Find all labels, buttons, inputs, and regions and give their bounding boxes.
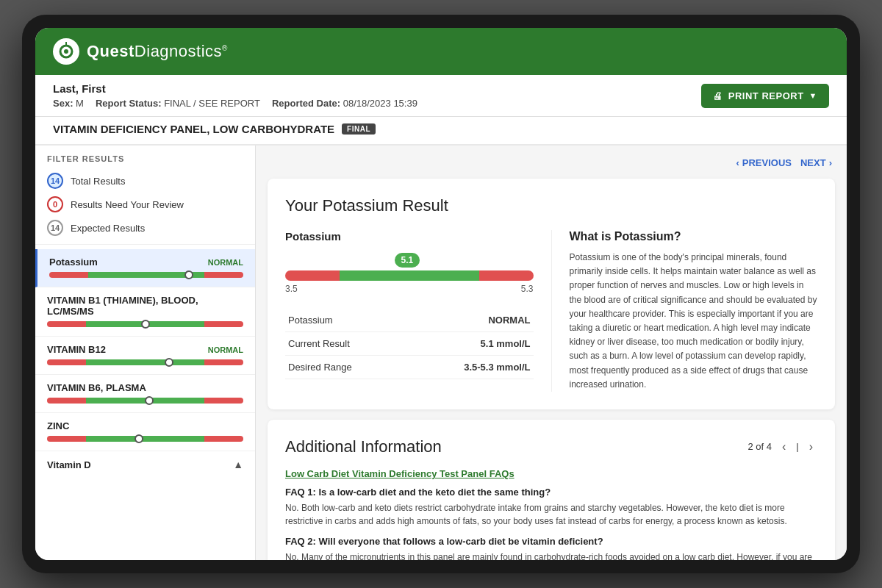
final-badge: FINAL bbox=[342, 123, 376, 135]
pagination-prev-button[interactable]: ‹ bbox=[778, 439, 790, 455]
sex-label: Sex: M bbox=[53, 98, 84, 109]
filter-header: FILTER RESULTS bbox=[35, 146, 255, 169]
result-table: Potassium NORMAL Current Result 5.1 mmol… bbox=[285, 309, 534, 379]
range-labels: 3.5 5.3 bbox=[285, 284, 534, 294]
what-text: Potassium is one of the body's principal… bbox=[570, 251, 818, 392]
range-high: 5.3 bbox=[521, 284, 534, 294]
sidebar: FILTER RESULTS 14 Total Results 0 Result… bbox=[35, 146, 256, 560]
analyte-label: Potassium bbox=[285, 230, 534, 243]
result-left: Potassium 5.1 3.5 5.3 bbox=[285, 230, 534, 392]
current-result-row: Current Result 5.1 mmol/L bbox=[285, 332, 534, 356]
patient-name: Last, First bbox=[53, 82, 417, 95]
print-report-button[interactable]: 🖨 PRINT REPORT ▼ bbox=[701, 84, 829, 108]
previous-button[interactable]: ‹ PREVIOUS bbox=[736, 157, 792, 168]
sidebar-item-b6[interactable]: VITAMIN B6, PLASMA bbox=[35, 375, 255, 413]
b12-bar bbox=[47, 359, 243, 365]
desired-range-value: 3.5-5.3 mmol/L bbox=[407, 356, 534, 379]
device-frame: QuestDiagnostics® Last, First Sex: M Rep… bbox=[22, 15, 860, 573]
sidebar-item-zinc[interactable]: ZINC bbox=[35, 413, 255, 451]
chevron-left-icon: ‹ bbox=[736, 157, 739, 168]
printer-icon: 🖨 bbox=[713, 90, 723, 101]
range-bar bbox=[285, 270, 534, 281]
what-title: What is Potassium? bbox=[570, 230, 818, 243]
pagination: 2 of 4 ‹ | › bbox=[747, 439, 817, 455]
analyte-name-cell: Potassium bbox=[285, 309, 407, 332]
potassium-status: NORMAL bbox=[208, 258, 243, 267]
pagination-divider: | bbox=[796, 441, 798, 452]
chevron-up-icon: ▲ bbox=[233, 459, 243, 470]
b12-name: VITAMIN B12 bbox=[47, 344, 106, 355]
faq1-question: FAQ 1: Is a low-carb diet and the keto d… bbox=[285, 487, 817, 498]
logo-icon bbox=[53, 38, 79, 65]
logo-text: QuestDiagnostics® bbox=[87, 42, 228, 61]
faq2-answer: No. Many of the micronutrients in this p… bbox=[285, 551, 817, 560]
filter-total[interactable]: 14 Total Results bbox=[35, 169, 255, 193]
patient-bar: Last, First Sex: M Report Status: FINAL … bbox=[35, 75, 847, 117]
zinc-name: ZINC bbox=[47, 420, 69, 431]
app-header: QuestDiagnostics® bbox=[35, 28, 847, 75]
b6-name: VITAMIN B6, PLASMA bbox=[47, 382, 146, 393]
range-low: 3.5 bbox=[285, 284, 298, 294]
report-status: Report Status: FINAL / SEE REPORT bbox=[96, 98, 260, 109]
sidebar-divider bbox=[35, 244, 255, 245]
current-result-label: Current Result bbox=[285, 332, 407, 356]
potassium-bar bbox=[49, 272, 243, 278]
result-card-body: Potassium 5.1 3.5 5.3 bbox=[285, 230, 817, 392]
total-badge: 14 bbox=[47, 173, 63, 189]
b6-indicator bbox=[145, 396, 154, 405]
current-result-value: 5.1 mmol/L bbox=[407, 332, 534, 356]
zinc-indicator bbox=[135, 434, 143, 443]
potassium-name: Potassium bbox=[49, 257, 98, 268]
desired-range-row: Desired Range 3.5-5.3 mmol/L bbox=[285, 356, 534, 379]
expected-badge: 14 bbox=[47, 220, 63, 236]
big-range-container: 5.1 3.5 5.3 bbox=[285, 253, 534, 294]
nav-top: ‹ PREVIOUS NEXT › bbox=[268, 157, 835, 168]
additional-info-card: Additional Information 2 of 4 ‹ | › Low … bbox=[268, 420, 835, 560]
faq1-answer: No. Both low-carb and keto diets restric… bbox=[285, 501, 817, 528]
pagination-next-button[interactable]: › bbox=[805, 439, 817, 455]
panel-title: VITAMIN DEFICIENCY PANEL, LOW CARBOHYDRA… bbox=[53, 123, 829, 135]
status-row: Potassium NORMAL bbox=[285, 309, 534, 332]
sidebar-item-b12[interactable]: VITAMIN B12 NORMAL bbox=[35, 337, 255, 375]
zinc-bar bbox=[47, 436, 243, 442]
svg-point-2 bbox=[64, 49, 68, 54]
filter-expected[interactable]: 14 Expected Results bbox=[35, 216, 255, 240]
vitamin-d-name: Vitamin D bbox=[47, 459, 91, 470]
value-bubble: 5.1 bbox=[395, 253, 420, 268]
result-card-title: Your Potassium Result bbox=[285, 196, 817, 215]
faq-link[interactable]: Low Carb Diet Vitamin Deficiency Test Pa… bbox=[285, 468, 817, 479]
filter-expected-label: Expected Results bbox=[71, 223, 145, 234]
filter-total-label: Total Results bbox=[71, 176, 125, 187]
logo-area: QuestDiagnostics® bbox=[53, 38, 228, 65]
sidebar-item-potassium[interactable]: Potassium NORMAL bbox=[35, 249, 255, 287]
reported-date: Reported Date: 08/18/2023 15:39 bbox=[272, 98, 417, 109]
review-badge: 0 bbox=[47, 196, 63, 212]
b1-indicator bbox=[141, 320, 150, 329]
faq2-question: FAQ 2: Will everyone that follows a low-… bbox=[285, 536, 817, 547]
filter-review-label: Results Need Your Review bbox=[71, 199, 184, 210]
filter-review[interactable]: 0 Results Need Your Review bbox=[35, 193, 255, 216]
panel-title-bar: VITAMIN DEFICIENCY PANEL, LOW CARBOHYDRA… bbox=[35, 117, 847, 146]
main-panel: ‹ PREVIOUS NEXT › Your Potassium Result … bbox=[256, 146, 847, 560]
patient-info: Last, First Sex: M Report Status: FINAL … bbox=[53, 82, 417, 109]
status-cell: NORMAL bbox=[407, 309, 534, 332]
chevron-down-icon: ▼ bbox=[809, 91, 817, 100]
info-card-title: Additional Information bbox=[285, 437, 442, 456]
chevron-right-icon: › bbox=[829, 157, 832, 168]
pagination-count: 2 of 4 bbox=[747, 441, 772, 452]
potassium-indicator bbox=[184, 270, 193, 279]
b12-indicator bbox=[165, 358, 173, 367]
b1-bar bbox=[47, 321, 243, 327]
result-right: What is Potassium? Potassium is one of t… bbox=[551, 230, 818, 392]
sidebar-item-b1[interactable]: VITAMIN B1 (THIAMINE), BLOOD, LC/MS/MS bbox=[35, 287, 255, 337]
screen: QuestDiagnostics® Last, First Sex: M Rep… bbox=[35, 28, 847, 560]
next-button[interactable]: NEXT › bbox=[800, 157, 832, 168]
result-card: Your Potassium Result Potassium 5.1 bbox=[268, 179, 835, 409]
sidebar-item-vitamin-d[interactable]: Vitamin D ▲ bbox=[35, 451, 255, 478]
info-card-header: Additional Information 2 of 4 ‹ | › bbox=[285, 437, 817, 456]
content-area: FILTER RESULTS 14 Total Results 0 Result… bbox=[35, 146, 847, 560]
patient-meta: Sex: M Report Status: FINAL / SEE REPORT… bbox=[53, 98, 417, 109]
b1-name: VITAMIN B1 (THIAMINE), BLOOD, LC/MS/MS bbox=[47, 295, 243, 317]
b6-bar bbox=[47, 398, 243, 404]
desired-range-label: Desired Range bbox=[285, 356, 407, 379]
